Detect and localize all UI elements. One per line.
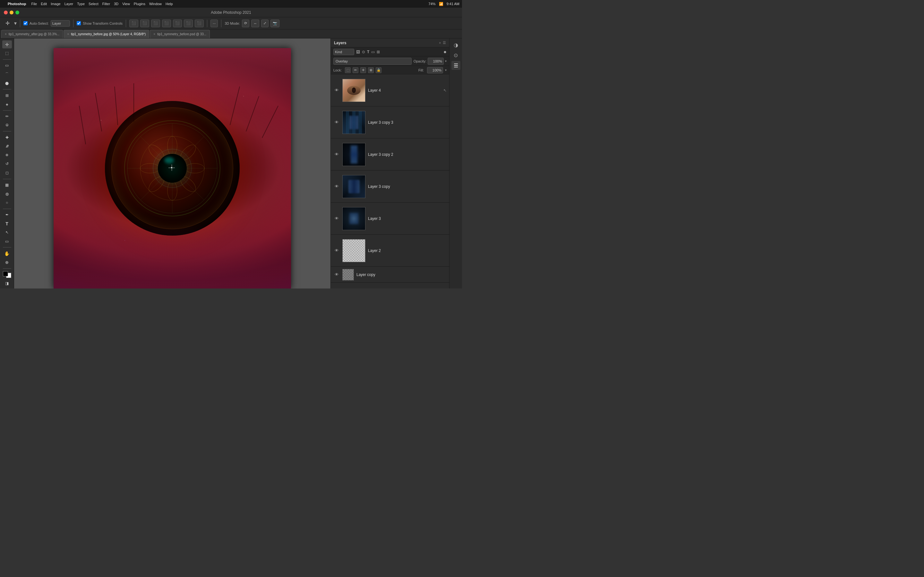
crop-tool[interactable]: ⊞	[2, 91, 12, 99]
auto-select-checkbox[interactable]	[23, 21, 27, 25]
layers-panel-menu[interactable]: ☰	[443, 41, 446, 45]
traffic-lights[interactable]	[4, 11, 19, 15]
layers-icon[interactable]: ☰	[451, 61, 460, 70]
menu-plugins[interactable]: Plugins	[134, 2, 145, 6]
tab-2[interactable]: × tip1_symmetry_before.psd @ 33...	[150, 30, 210, 38]
shape-tool[interactable]: ▭	[2, 237, 12, 245]
layer-item-layer3copy3[interactable]: 👁 Layer 3 copy 3	[331, 106, 449, 139]
menu-image[interactable]: Image	[51, 2, 61, 6]
menu-select[interactable]: Select	[89, 2, 99, 6]
menu-file[interactable]: File	[31, 2, 37, 6]
tool-options-arrow[interactable]: ▾	[14, 20, 17, 26]
screen-mode[interactable]: ⊡	[2, 288, 12, 288]
tab-close-2[interactable]: ×	[153, 32, 155, 36]
layer-item-layer3[interactable]: 👁 Layer 3	[331, 203, 449, 235]
layer-item-layer3copy2[interactable]: 👁 Layer 3 copy 2	[331, 139, 449, 171]
show-transform-checkbox[interactable]	[77, 21, 81, 25]
filter-type-icon[interactable]: T	[367, 50, 369, 54]
filter-pixel-icon[interactable]: 🖼	[356, 50, 360, 54]
layers-panel-expand[interactable]: »	[439, 41, 441, 45]
color-swatches[interactable]	[2, 271, 12, 279]
color-picker-icon[interactable]: ◑	[451, 40, 460, 49]
3d-camera-button[interactable]: 📷	[270, 19, 279, 27]
align-center-h-button[interactable]: ⬛	[140, 19, 149, 27]
blur-tool[interactable]: ◍	[2, 190, 12, 198]
minimize-button[interactable]	[10, 11, 13, 15]
layer-visibility-layercopy[interactable]: 👁	[333, 271, 340, 278]
path-selection-tool[interactable]: ↖	[2, 228, 12, 236]
layer-visibility-layer3[interactable]: 👁	[333, 215, 340, 222]
lock-all-icon[interactable]: 🔒	[376, 67, 381, 73]
menu-type[interactable]: Type	[77, 2, 85, 6]
eraser-tool[interactable]: ◻	[2, 169, 12, 177]
gradient-tool[interactable]: ▦	[2, 181, 12, 189]
menu-edit[interactable]: Edit	[41, 2, 47, 6]
lock-transparent-icon[interactable]: ⬚	[345, 67, 351, 73]
blend-mode-dropdown[interactable]: Overlay Normal Multiply Screen Soft Ligh…	[333, 58, 412, 65]
filter-adjustment-icon[interactable]: ⊙	[362, 50, 365, 54]
hand-tool[interactable]: ✋	[2, 250, 12, 258]
close-button[interactable]	[4, 11, 8, 15]
lasso-tool[interactable]: ⌒	[2, 70, 12, 78]
layer-visibility-layer3copy3[interactable]: 👁	[333, 119, 340, 126]
tab-close-1[interactable]: ×	[67, 32, 69, 36]
brush-tool[interactable]: 𝑩	[2, 142, 12, 150]
menu-help[interactable]: Help	[166, 2, 173, 6]
menu-filter[interactable]: Filter	[102, 2, 110, 6]
tab-0[interactable]: × tip1_symmetry_after.jpg @ 33.3%...	[1, 30, 63, 38]
filter-shape-icon[interactable]: ▭	[371, 50, 375, 54]
dodge-tool[interactable]: ○	[2, 198, 12, 206]
layer-visibility-layer4[interactable]: 👁	[333, 87, 340, 93]
layer-visibility-layer2[interactable]: 👁	[333, 247, 340, 254]
artboard-tool[interactable]: ⬚	[2, 49, 12, 57]
lock-pixels-icon[interactable]: ✏	[352, 67, 359, 73]
layer-item-layer4[interactable]: 👁 Layer 4 ↖	[331, 74, 449, 106]
object-selection-tool[interactable]: ⬤	[2, 79, 12, 87]
zoom-tool[interactable]: ⊕	[2, 258, 12, 266]
opacity-input[interactable]	[428, 58, 444, 65]
adjustment-icon[interactable]: ⊙	[451, 51, 460, 60]
history-brush-tool[interactable]: ↺	[2, 160, 12, 168]
tab-1[interactable]: × tip1_symmetry_before.jpg @ 50% (Layer …	[63, 30, 149, 38]
layer-item-layer3copy[interactable]: 👁 Layer 3 copy	[331, 171, 449, 203]
3d-rotate-button[interactable]: ⟳	[242, 19, 249, 27]
fill-chevron[interactable]: ▾	[445, 68, 447, 72]
auto-select-dropdown[interactable]: Layer Group	[51, 20, 70, 27]
layer-item-layer2[interactable]: 👁 Layer 2	[331, 235, 449, 267]
opacity-chevron[interactable]: ▾	[445, 59, 447, 63]
lock-position-icon[interactable]: ✛	[360, 67, 366, 73]
align-bottom-button[interactable]: ⬛	[184, 19, 193, 27]
distribute-button[interactable]: ⬛	[195, 19, 204, 27]
move-tool-option[interactable]: ✛	[3, 19, 12, 28]
lock-artboards-icon[interactable]: ⊞	[368, 67, 374, 73]
menu-layer[interactable]: Layer	[65, 2, 73, 6]
layer-visibility-layer3copy2[interactable]: 👁	[333, 151, 340, 158]
maximize-button[interactable]	[15, 11, 19, 15]
more-options-button[interactable]: ···	[210, 19, 218, 27]
align-middle-v-button[interactable]: ⬛	[173, 19, 182, 27]
filter-smartobject-icon[interactable]: ⊞	[376, 50, 380, 54]
fill-input[interactable]	[427, 67, 443, 73]
layer-item-layercopy[interactable]: 👁 Layer copy	[331, 267, 449, 283]
pen-tool[interactable]: ✒	[2, 211, 12, 219]
type-tool[interactable]: T	[2, 219, 12, 227]
stamp-tool[interactable]: ⊕	[2, 151, 12, 159]
quick-mask-mode[interactable]: ◨	[2, 279, 12, 287]
healing-brush-tool[interactable]: ✚	[2, 133, 12, 141]
perspective-crop-tool[interactable]: ◈	[2, 100, 12, 108]
align-top-button[interactable]: ⬛	[162, 19, 171, 27]
layer-visibility-layer3copy[interactable]: 👁	[333, 183, 340, 190]
canvas-image[interactable]	[53, 48, 291, 288]
layer-kind-dropdown[interactable]: Kind Name Effect Mode Attribute Color	[333, 49, 354, 55]
eyedropper-tool[interactable]: ✏	[2, 113, 12, 121]
menu-window[interactable]: Window	[149, 2, 162, 6]
tab-close-0[interactable]: ×	[5, 32, 7, 36]
align-right-button[interactable]: ⬛	[151, 19, 160, 27]
3d-material-eyedropper[interactable]: ⦿	[2, 121, 12, 129]
rectangular-marquee-tool[interactable]: ▭	[2, 61, 12, 69]
menu-3d[interactable]: 3D	[114, 2, 118, 6]
move-tool[interactable]: ✛	[2, 40, 12, 48]
align-left-button[interactable]: ⬛	[129, 19, 138, 27]
menu-view[interactable]: View	[122, 2, 130, 6]
3d-move-button[interactable]: ↔	[251, 19, 259, 27]
